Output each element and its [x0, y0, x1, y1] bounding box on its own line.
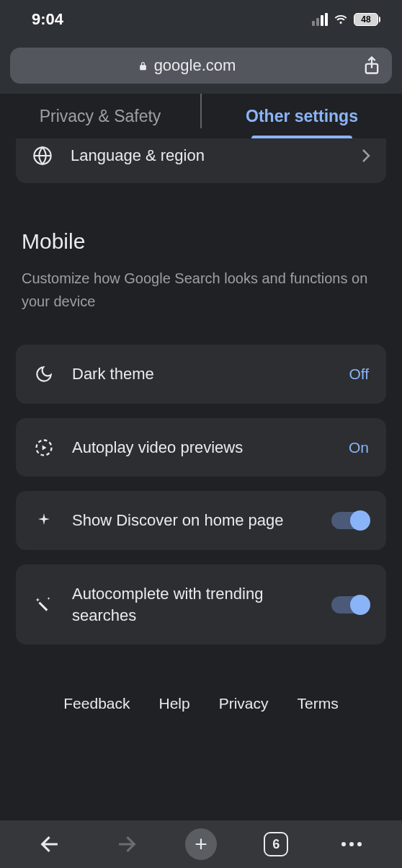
dark-theme-value: Off [349, 366, 369, 383]
address-domain: google.com [154, 56, 236, 75]
setting-dark-theme[interactable]: Dark theme Off [16, 345, 386, 404]
sparkle-icon [33, 512, 55, 529]
cellular-signal-icon [312, 13, 328, 26]
status-bar: 9:04 48 [0, 0, 402, 39]
nav-back-button[interactable] [32, 826, 68, 862]
language-region-row[interactable]: Language & region [16, 138, 386, 183]
lock-icon [138, 61, 148, 71]
autoplay-value: On [349, 439, 369, 456]
footer-links: Feedback Help Privacy Terms [16, 695, 386, 712]
arrow-left-icon [38, 832, 63, 856]
address-domain-wrap: google.com [20, 56, 353, 75]
section-title-mobile: Mobile [22, 229, 386, 254]
content-area: Language & region Mobile Customize how G… [0, 138, 402, 712]
discover-label: Show Discover on home page [72, 510, 314, 531]
footer-help[interactable]: Help [159, 695, 190, 712]
language-region-label: Language & region [71, 146, 344, 165]
discover-toggle[interactable] [331, 512, 369, 529]
moon-icon [33, 365, 55, 384]
globe-icon [32, 146, 53, 166]
tab-privacy-safety[interactable]: Privacy & Safety [0, 94, 200, 138]
browser-bottom-nav: + 6 [0, 820, 402, 868]
tab-count-badge: 6 [264, 832, 288, 856]
battery-icon: 48 [354, 13, 380, 26]
chevron-right-icon [362, 149, 370, 163]
footer-privacy[interactable]: Privacy [219, 695, 269, 712]
nav-new-tab-button[interactable]: + [183, 826, 219, 862]
plus-icon: + [185, 828, 217, 860]
arrow-right-icon [114, 832, 138, 856]
autocomplete-toggle[interactable] [331, 596, 369, 614]
tab-other-settings[interactable]: Other settings [202, 94, 402, 138]
address-bar[interactable]: google.com [10, 48, 392, 84]
dark-theme-label: Dark theme [72, 363, 331, 385]
setting-autocomplete[interactable]: Autocomplete with trending searches [16, 564, 386, 645]
more-dots-icon [341, 842, 362, 846]
setting-discover[interactable]: Show Discover on home page [16, 491, 386, 550]
footer-feedback[interactable]: Feedback [63, 695, 130, 712]
autocomplete-label: Autocomplete with trending searches [72, 583, 314, 626]
nav-forward-button[interactable] [108, 826, 144, 862]
autoplay-icon [33, 438, 55, 458]
status-time: 9:04 [32, 10, 63, 29]
section-desc-mobile: Customize how Google Search looks and fu… [22, 267, 380, 313]
share-icon[interactable] [362, 56, 382, 76]
settings-tabs: Privacy & Safety Other settings [0, 94, 402, 138]
wifi-icon [333, 12, 349, 27]
browser-address-wrap: google.com [0, 39, 402, 94]
footer-terms[interactable]: Terms [298, 695, 339, 712]
autoplay-label: Autoplay video previews [72, 437, 331, 459]
nav-menu-button[interactable] [334, 826, 370, 862]
magic-wand-icon [33, 595, 55, 614]
nav-tabs-button[interactable]: 6 [258, 826, 294, 862]
battery-percent: 48 [361, 14, 370, 25]
setting-autoplay[interactable]: Autoplay video previews On [16, 418, 386, 477]
status-indicators: 48 [312, 12, 380, 27]
